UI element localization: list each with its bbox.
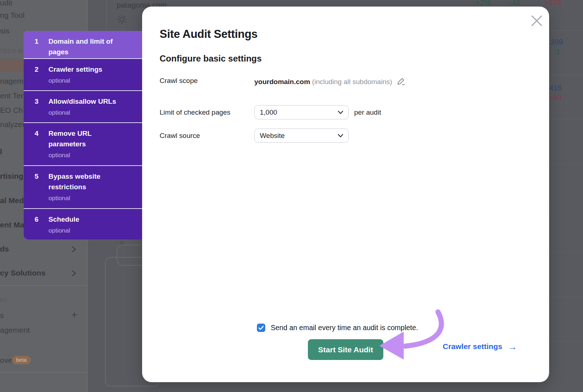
check-icon xyxy=(258,326,264,330)
step-4-remove-url-parameters[interactable]: 4 Remove URL parameters optional xyxy=(24,123,142,165)
step-title: Remove URL parameters xyxy=(48,128,123,149)
step-optional-label: optional xyxy=(48,77,123,85)
metric-value: 399 xyxy=(550,37,563,46)
sidebar-section-header: TECH SI xyxy=(0,48,23,54)
step-number: 1 xyxy=(35,36,48,54)
site-audit-steps-rail: 1 Domain and limit of pages 2 Crawler se… xyxy=(24,31,142,239)
screen: udit ng Tool sis TECH SI nagem ent Ten E… xyxy=(0,0,583,392)
email-notification-row[interactable]: Send an email every time an audit is com… xyxy=(257,324,418,332)
step-number: 6 xyxy=(35,214,48,235)
crawler-settings-link[interactable]: Crawler settings → xyxy=(443,342,517,351)
sidebar-divider-line xyxy=(0,285,87,286)
beta-badge: beta xyxy=(12,356,31,364)
crawl-scope-value-row: yourdomain.com (including all subdomains… xyxy=(254,77,406,86)
arrow-right-icon: → xyxy=(508,343,517,351)
step-number: 2 xyxy=(35,64,48,86)
sidebar-item-fragment[interactable]: agement xyxy=(0,326,30,334)
email-checkbox-label: Send an email every time an audit is com… xyxy=(271,324,418,332)
table-row-separator xyxy=(549,75,583,75)
sidebar-item-fragment[interactable]: udit xyxy=(0,0,12,7)
table-row-separator xyxy=(549,341,583,341)
sidebar-section-header: NT xyxy=(0,297,8,303)
step-2-crawler-settings[interactable]: 2 Crawler settings optional xyxy=(24,59,142,90)
modal-title: Site Audit Settings xyxy=(160,28,258,41)
modal-subtitle: Configure basic settings xyxy=(160,54,262,64)
step-5-bypass-website-restrictions[interactable]: 5 Bypass website restrictions optional xyxy=(24,166,142,208)
step-number: 4 xyxy=(35,128,48,161)
crawl-scope-domain: yourdomain.com xyxy=(254,78,310,86)
crawl-source-selected-value: Website xyxy=(260,132,285,140)
close-icon[interactable] xyxy=(531,15,543,27)
sidebar-item-fragment[interactable]: ent Ma xyxy=(0,221,24,229)
email-checkbox[interactable] xyxy=(257,324,265,332)
sidebar-item-fragment[interactable]: sis xyxy=(0,27,9,35)
limit-selected-value: 1,000 xyxy=(260,108,277,116)
metric-change-pct: +2% xyxy=(476,0,491,7)
metric-value: -1 xyxy=(553,48,560,56)
crawl-scope-label: Crawl scope xyxy=(160,77,198,85)
sidebar-item-fragment[interactable]: cy Solutions xyxy=(0,269,46,277)
sidebar-item-fragment[interactable]: nalyzer xyxy=(0,120,25,129)
step-optional-label: optional xyxy=(48,151,123,159)
gear-icon[interactable] xyxy=(117,15,127,24)
limit-of-checked-pages-label: Limit of checked pages xyxy=(160,108,230,116)
step-title: Domain and limit of pages xyxy=(48,36,123,57)
chevron-right-icon xyxy=(72,270,76,277)
table-row-separator xyxy=(549,119,583,119)
chevron-right-icon xyxy=(72,246,76,253)
sidebar-item-fragment[interactable]: s xyxy=(0,311,4,320)
table-row-separator xyxy=(549,30,583,31)
sidebar-item-fragment[interactable]: ds xyxy=(0,245,9,253)
start-site-audit-button[interactable]: Start Site Audit xyxy=(308,339,383,360)
crawler-settings-link-label: Crawler settings xyxy=(443,342,502,351)
table-row-separator xyxy=(549,208,583,208)
step-optional-label: optional xyxy=(48,109,123,117)
step-title: Schedule xyxy=(48,214,123,225)
crawl-source-select[interactable]: Website xyxy=(254,128,349,143)
sidebar-item-fragment[interactable]: ent Ten xyxy=(0,91,25,100)
sidebar-divider-line xyxy=(0,372,87,373)
step-number: 3 xyxy=(35,96,48,118)
table-row-separator xyxy=(549,252,583,253)
sidebar-item-fragment[interactable]: al Medi xyxy=(0,196,26,205)
step-title: Crawler settings xyxy=(48,64,123,75)
metric-value: +679 xyxy=(544,0,561,7)
metric-value: 416 xyxy=(549,83,562,92)
edit-pencil-icon[interactable] xyxy=(397,77,406,86)
metric-value: -46 xyxy=(509,0,520,7)
step-title: Bypass website restrictions xyxy=(48,171,123,192)
metric-value: +40 xyxy=(548,93,562,102)
chevron-down-icon xyxy=(338,134,343,138)
table-row-separator xyxy=(549,163,583,164)
plus-icon[interactable]: + xyxy=(71,309,77,321)
limit-of-checked-pages-select[interactable]: 1,000 xyxy=(254,105,349,119)
sidebar-item-fragment[interactable]: nagem xyxy=(0,77,23,86)
step-optional-label: optional xyxy=(48,227,123,235)
step-3-allow-disallow-urls[interactable]: 3 Allow/disallow URLs optional xyxy=(24,91,142,122)
crawl-scope-note: (including all subdomains) xyxy=(312,78,392,86)
site-audit-settings-modal: Site Audit Settings Configure basic sett… xyxy=(142,7,549,382)
sidebar-item-fragment[interactable]: rtising xyxy=(0,172,23,181)
crawl-source-label: Crawl source xyxy=(160,132,200,140)
sidebar-item-fragment[interactable]: EO Ch xyxy=(0,106,23,115)
table-row-separator xyxy=(549,297,583,297)
step-1-domain-and-limit[interactable]: 1 Domain and limit of pages xyxy=(24,31,142,58)
sidebar-item-fragment[interactable]: l xyxy=(0,147,2,156)
step-6-schedule[interactable]: 6 Schedule optional xyxy=(24,209,142,239)
step-optional-label: optional xyxy=(48,194,123,202)
sidebar-item-fragment[interactable]: ng Tool xyxy=(0,11,24,20)
per-audit-label: per audit xyxy=(354,108,381,116)
step-title: Allow/disallow URLs xyxy=(48,96,123,107)
sidebar-item-fragment[interactable]: ove xyxy=(0,356,12,365)
step-number: 5 xyxy=(35,171,48,204)
chevron-down-icon xyxy=(338,111,343,114)
